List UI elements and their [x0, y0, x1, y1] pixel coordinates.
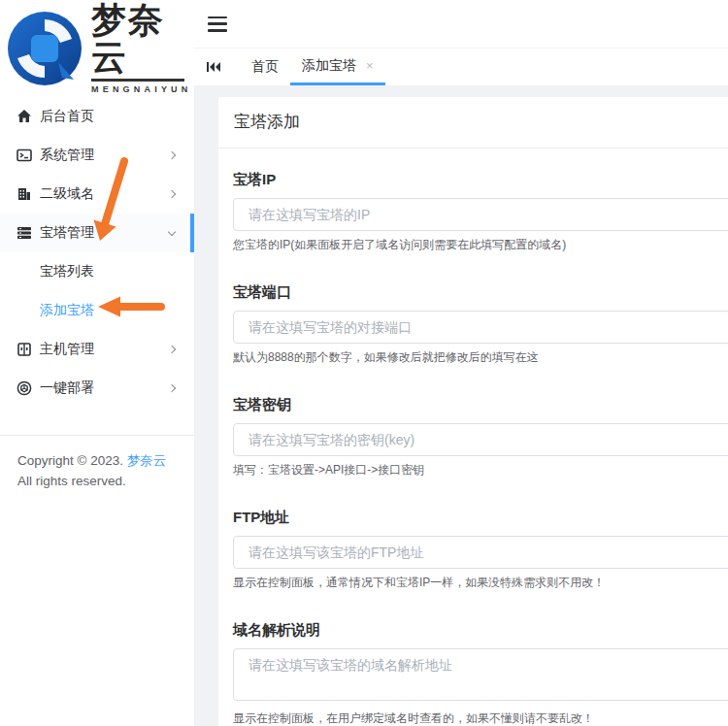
- baota-add-card: 宝塔添加 宝塔IP 您宝塔的IP(如果面板开启了域名访问则需要在此填写配置的域名…: [218, 97, 728, 726]
- field-label: 宝塔IP: [233, 171, 728, 189]
- sidebar-collapse-icon[interactable]: [208, 16, 227, 32]
- baota-port-input[interactable]: [233, 311, 728, 344]
- content-pane: 首页 添加宝塔 × 宝塔添加 宝塔IP 您宝塔的IP(如果面板开启了域名访问则需…: [194, 0, 728, 726]
- field-label: 宝塔端口: [233, 283, 728, 302]
- copyright-text: Copyright © 2023. 梦奈云 All rights reserve…: [0, 436, 194, 506]
- field-label: FTP地址: [233, 509, 728, 527]
- sidebar-item-baota[interactable]: 宝塔管理: [0, 214, 194, 252]
- tab-close-icon[interactable]: ×: [366, 59, 374, 72]
- sidebar-item-label: 二级域名: [40, 185, 94, 203]
- sidebar-item-label: 宝塔管理: [40, 224, 94, 242]
- brand-logo[interactable]: 梦奈云 MENGNAIYUN: [0, 0, 194, 97]
- field-domain-resolve: 域名解析说明 显示在控制面板，在用户绑定域名时查看的，如果不懂则请不要乱改！: [233, 621, 728, 726]
- copyright-prefix: Copyright © 2023.: [17, 453, 127, 468]
- field-help: 显示在控制面板，通常情况下和宝塔IP一样，如果没特殊需求则不用改！: [233, 575, 728, 591]
- copyright-brand-link[interactable]: 梦奈云: [127, 453, 167, 468]
- chevron-down-icon: [168, 227, 176, 235]
- tab-add-baota[interactable]: 添加宝塔 ×: [290, 49, 385, 85]
- field-baota-ip: 宝塔IP 您宝塔的IP(如果面板开启了域名访问则需要在此填写配置的域名): [233, 171, 728, 253]
- ftp-address-input[interactable]: [233, 536, 728, 569]
- sidebar-menu: 后台首页 系统管理 二级域名 宝塔管理: [0, 97, 194, 408]
- sidebar-item-system[interactable]: 系统管理: [0, 136, 194, 175]
- building-icon: [16, 186, 32, 203]
- chevron-right-icon: [168, 151, 176, 159]
- sidebar-item-label: 后台首页: [40, 108, 94, 125]
- sidebar-subitem-label: 宝塔列表: [40, 263, 94, 280]
- field-help: 默认为8888的那个数字，如果修改后就把修改后的填写在这: [233, 349, 728, 366]
- chevron-right-icon: [168, 384, 176, 392]
- sidebar-submenu-baota: 宝塔列表 添加宝塔: [0, 252, 194, 330]
- field-label: 域名解析说明: [233, 621, 728, 640]
- baota-key-input[interactable]: [233, 423, 728, 456]
- home-icon: [16, 109, 32, 125]
- tab-label: 首页: [251, 58, 279, 76]
- sidebar: 梦奈云 MENGNAIYUN 后台首页 系统管理 二级域名: [0, 0, 194, 726]
- field-baota-port: 宝塔端口 默认为8888的那个数字，如果修改后就把修改后的填写在这: [233, 283, 728, 366]
- sidebar-item-host[interactable]: 主机管理: [0, 330, 194, 369]
- tab-label: 添加宝塔: [302, 57, 356, 75]
- baota-ip-input[interactable]: [233, 198, 728, 231]
- sidebar-subitem-baota-list[interactable]: 宝塔列表: [0, 252, 194, 291]
- chevron-right-icon: [168, 190, 176, 198]
- sidebar-item-label: 主机管理: [40, 341, 94, 358]
- deploy-icon: [16, 380, 32, 397]
- field-help: 填写：宝塔设置->API接口->接口密钥: [233, 462, 728, 478]
- brand-rule: [91, 79, 184, 82]
- sidebar-item-subdomain[interactable]: 二级域名: [0, 175, 194, 214]
- brand-subtitle: MENGNAIYUN: [91, 84, 194, 94]
- main-area: 宝塔添加 宝塔IP 您宝塔的IP(如果面板开启了域名访问则需要在此填写配置的域名…: [194, 85, 728, 726]
- brand-logo-icon: [2, 6, 87, 91]
- domain-resolve-textarea[interactable]: [233, 648, 728, 701]
- field-help: 您宝塔的IP(如果面板开启了域名访问则需要在此填写配置的域名): [233, 237, 728, 253]
- field-ftp-address: FTP地址 显示在控制面板，通常情况下和宝塔IP一样，如果没特殊需求则不用改！: [233, 509, 728, 591]
- brand-name: 梦奈云: [91, 3, 194, 77]
- sidebar-item-label: 系统管理: [40, 147, 94, 164]
- topbar: [194, 0, 728, 49]
- sidebar-subitem-label: 添加宝塔: [40, 302, 94, 319]
- sidebar-item-dashboard[interactable]: 后台首页: [0, 97, 194, 136]
- tab-home[interactable]: 首页: [240, 49, 290, 85]
- terminal-icon: [16, 148, 32, 164]
- cabinet-icon: [16, 342, 32, 358]
- tabs-scroll-left-icon[interactable]: [207, 61, 220, 73]
- sidebar-subitem-add-baota[interactable]: 添加宝塔: [0, 291, 194, 330]
- baota-add-form: 宝塔IP 您宝塔的IP(如果面板开启了域名访问则需要在此填写配置的域名) 宝塔端…: [218, 148, 728, 726]
- sidebar-item-label: 一键部署: [40, 380, 94, 397]
- sidebar-item-deploy[interactable]: 一键部署: [0, 369, 194, 408]
- copyright-suffix: All rights reserved.: [17, 474, 126, 488]
- field-label: 宝塔密钥: [233, 396, 728, 414]
- server-icon: [16, 225, 32, 242]
- tabbar: 首页 添加宝塔 ×: [194, 49, 728, 85]
- field-help: 显示在控制面板，在用户绑定域名时查看的，如果不懂则请不要乱改！: [233, 710, 728, 726]
- chevron-right-icon: [168, 346, 176, 353]
- field-baota-key: 宝塔密钥 填写：宝塔设置->API接口->接口密钥: [233, 396, 728, 478]
- page-title: 宝塔添加: [218, 97, 728, 148]
